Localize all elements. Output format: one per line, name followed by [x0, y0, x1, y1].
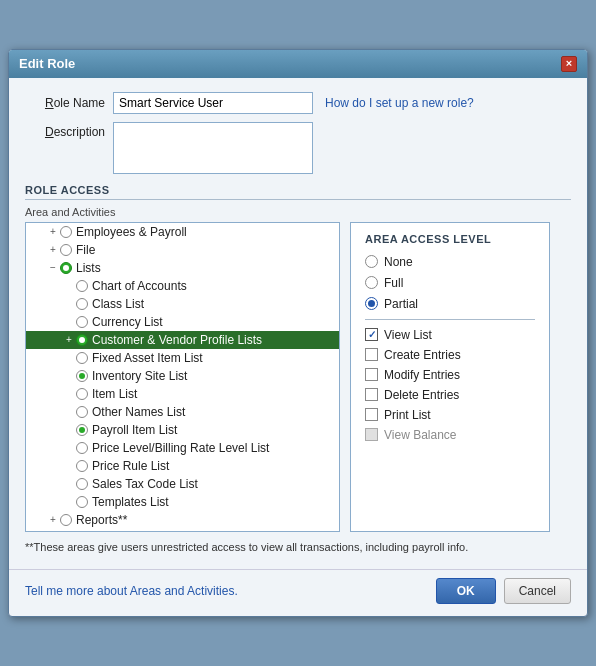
- radio-customer: [76, 334, 88, 346]
- footer-link[interactable]: Tell me more about Areas and Activities.: [25, 584, 238, 598]
- expand-icon-price-billing: [62, 441, 76, 455]
- help-link[interactable]: How do I set up a new role?: [325, 96, 474, 110]
- role-access-section: ROLE ACCESS Area and Activities + Employ…: [25, 184, 571, 555]
- edit-role-dialog: Edit Role × Role Name How do I set up a …: [8, 49, 588, 617]
- radio-class: [76, 298, 88, 310]
- cancel-button[interactable]: Cancel: [504, 578, 571, 604]
- checkbox-view-list-label: View List: [384, 328, 432, 342]
- close-button[interactable]: ×: [561, 56, 577, 72]
- checkbox-modify-entries-label: Modify Entries: [384, 368, 460, 382]
- expand-icon-inventory: [62, 369, 76, 383]
- expand-icon-other: [62, 405, 76, 419]
- description-row: Description: [25, 122, 571, 174]
- dialog-footer: Tell me more about Areas and Activities.…: [9, 569, 587, 616]
- label-price-billing: Price Level/Billing Rate Level List: [92, 441, 269, 455]
- area-access-title: AREA ACCESS LEVEL: [365, 233, 535, 245]
- checkbox-create-entries-input: [365, 348, 378, 361]
- checkbox-view-balance: View Balance: [365, 428, 535, 442]
- checkbox-view-balance-label: View Balance: [384, 428, 457, 442]
- label-other: Other Names List: [92, 405, 185, 419]
- tree-item-fixed[interactable]: Fixed Asset Item List: [26, 349, 339, 367]
- tree-item-lists[interactable]: − Lists: [26, 259, 339, 277]
- role-name-input[interactable]: [113, 92, 313, 114]
- radio-chart: [76, 280, 88, 292]
- expand-icon-time-tracking: +: [46, 531, 60, 532]
- expand-icon-payroll: [62, 423, 76, 437]
- radio-partial-input: [365, 297, 378, 310]
- tree-item-chart[interactable]: Chart of Accounts: [26, 277, 339, 295]
- tree-item-time-tracking[interactable]: + Time Tracking: [26, 529, 339, 532]
- radio-option-full[interactable]: Full: [365, 276, 535, 290]
- tree-item-reports[interactable]: + Reports**: [26, 511, 339, 529]
- tree-item-price-billing[interactable]: Price Level/Billing Rate Level List: [26, 439, 339, 457]
- radio-file: [60, 244, 72, 256]
- tree-item-sales-tax[interactable]: Sales Tax Code List: [26, 475, 339, 493]
- radio-item: [76, 388, 88, 400]
- tree-item-other[interactable]: Other Names List: [26, 403, 339, 421]
- label-file: File: [76, 243, 95, 257]
- label-currency: Currency List: [92, 315, 163, 329]
- checkbox-delete-entries[interactable]: Delete Entries: [365, 388, 535, 402]
- label-time-tracking: Time Tracking: [76, 531, 151, 532]
- expand-icon-class: [62, 297, 76, 311]
- label-reports: Reports**: [76, 513, 127, 527]
- area-activities-label: Area and Activities: [25, 206, 571, 218]
- description-input[interactable]: [113, 122, 313, 174]
- tree-item-item[interactable]: Item List: [26, 385, 339, 403]
- label-lists: Lists: [76, 261, 101, 275]
- radio-option-partial[interactable]: Partial: [365, 297, 535, 311]
- checkbox-view-balance-input: [365, 428, 378, 441]
- checkbox-view-list[interactable]: View List: [365, 328, 535, 342]
- expand-icon-chart: [62, 279, 76, 293]
- tree-item-currency[interactable]: Currency List: [26, 313, 339, 331]
- radio-templates: [76, 496, 88, 508]
- radio-sales-tax: [76, 478, 88, 490]
- radio-payroll: [76, 424, 88, 436]
- tree-item-employees[interactable]: + Employees & Payroll: [26, 223, 339, 241]
- role-name-row: Role Name How do I set up a new role?: [25, 92, 571, 114]
- radio-employees: [60, 226, 72, 238]
- radio-lists: [60, 262, 72, 274]
- checkbox-print-list-input: [365, 408, 378, 421]
- radio-partial-label: Partial: [384, 297, 418, 311]
- checkbox-view-list-input: [365, 328, 378, 341]
- checkbox-delete-entries-label: Delete Entries: [384, 388, 459, 402]
- tree-item-price-rule[interactable]: Price Rule List: [26, 457, 339, 475]
- radio-none-input: [365, 255, 378, 268]
- expand-icon-reports: +: [46, 513, 60, 527]
- dialog-body: Role Name How do I set up a new role? De…: [9, 78, 587, 565]
- area-access-panel: AREA ACCESS LEVEL None Full Partia: [350, 222, 550, 532]
- tree-item-inventory[interactable]: Inventory Site List: [26, 367, 339, 385]
- checkbox-create-entries[interactable]: Create Entries: [365, 348, 535, 362]
- role-name-label: Role Name: [25, 96, 105, 110]
- tree-item-templates[interactable]: Templates List: [26, 493, 339, 511]
- radio-inventory: [76, 370, 88, 382]
- checkbox-print-list-label: Print List: [384, 408, 431, 422]
- tree-item-class[interactable]: Class List: [26, 295, 339, 313]
- checkbox-print-list[interactable]: Print List: [365, 408, 535, 422]
- radio-option-none[interactable]: None: [365, 255, 535, 269]
- title-bar: Edit Role ×: [9, 50, 587, 78]
- expand-icon-currency: [62, 315, 76, 329]
- tree-item-file[interactable]: + File: [26, 241, 339, 259]
- radio-none-label: None: [384, 255, 413, 269]
- radio-full-label: Full: [384, 276, 403, 290]
- expand-icon-sales-tax: [62, 477, 76, 491]
- checkbox-modify-entries-input: [365, 368, 378, 381]
- checkbox-modify-entries[interactable]: Modify Entries: [365, 368, 535, 382]
- label-sales-tax: Sales Tax Code List: [92, 477, 198, 491]
- tree-item-customer[interactable]: + Customer & Vendor Profile Lists: [26, 331, 339, 349]
- tree-panel[interactable]: + Employees & Payroll + File − Li: [25, 222, 340, 532]
- radio-reports: [60, 514, 72, 526]
- expand-icon-file: +: [46, 243, 60, 257]
- label-customer: Customer & Vendor Profile Lists: [92, 333, 262, 347]
- radio-fixed: [76, 352, 88, 364]
- checkbox-delete-entries-input: [365, 388, 378, 401]
- label-item: Item List: [92, 387, 137, 401]
- label-templates: Templates List: [92, 495, 169, 509]
- tree-item-payroll[interactable]: Payroll Item List: [26, 421, 339, 439]
- radio-currency: [76, 316, 88, 328]
- label-employees: Employees & Payroll: [76, 225, 187, 239]
- expand-icon-fixed: [62, 351, 76, 365]
- ok-button[interactable]: OK: [436, 578, 496, 604]
